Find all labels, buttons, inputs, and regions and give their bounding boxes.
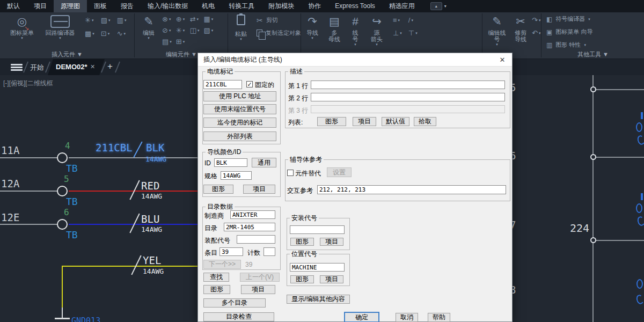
cable-marker-input[interactable]: 211CBL [203, 80, 242, 89]
insert-tool-icon-1[interactable]: ✳▾ [85, 17, 94, 24]
ribbon-tab-collaborate[interactable]: 协作 [301, 0, 328, 12]
manufacturer-input[interactable]: ANIXTER [230, 210, 275, 219]
edit-tool-icon-3[interactable]: ⇄▾ [190, 16, 200, 23]
wire-tee-icon[interactable]: ⊤▾ [408, 30, 418, 37]
wire-gap-icon[interactable]: /▾ [408, 17, 418, 24]
fixed-checkbox-label[interactable]: 固定的 [255, 80, 274, 89]
ground-symbol[interactable] [55, 318, 70, 319]
location-project-button[interactable]: 项目 [320, 275, 343, 283]
ground-symbol[interactable] [62, 308, 63, 318]
wire-segment-yellow[interactable] [62, 266, 63, 309]
line-reference[interactable]: 224 [570, 222, 589, 235]
terminal-circle[interactable] [57, 219, 68, 230]
cancel-button[interactable]: 取消 [396, 313, 418, 322]
dialog-titlebar[interactable]: 插入/编辑电缆标记 (主导线) ✕ [198, 53, 512, 67]
trim-wire-button[interactable]: ✂ 修剪 导线 [510, 13, 531, 42]
connection-dot[interactable] [590, 237, 596, 243]
description-line1-input[interactable] [311, 80, 505, 89]
installation-project-button[interactable]: 项目 [320, 238, 343, 246]
description-line2-input[interactable] [311, 93, 505, 101]
use-plc-address-button[interactable]: 使用 PLC 地址 [203, 91, 276, 101]
cable-label[interactable]: 211CBL [96, 142, 133, 153]
wire-number-button[interactable]: # 线 号 ▾ [347, 13, 364, 47]
installation-input[interactable] [290, 225, 345, 234]
terminal-tag[interactable]: TB [66, 196, 78, 207]
edit-tool-icon-4[interactable]: ▦▾ [203, 16, 213, 23]
wire-gauge-label[interactable]: 14AWG [145, 155, 166, 163]
wire-segment[interactable] [0, 157, 57, 158]
edit-tool-icon-8[interactable]: ▧▾ [203, 27, 213, 34]
terminal-number[interactable]: 6 [64, 207, 69, 217]
spec-input[interactable]: 14AWG [221, 171, 252, 180]
dialog-close-button[interactable]: ✕ [494, 53, 511, 67]
wire-segment-yellow[interactable] [62, 266, 199, 267]
wire-segment[interactable] [594, 240, 644, 241]
ribbon-tab-default[interactable]: 默认 [0, 0, 27, 12]
terminal-number[interactable]: 5 [64, 174, 69, 184]
cut-button[interactable]: ✂ 剪切 [257, 16, 278, 24]
catalog-input[interactable]: 2MR-1405 [224, 223, 275, 231]
ladder-icon[interactable]: ≡▾ [393, 17, 402, 24]
edit-tool-icon-7[interactable]: ◫▾ [190, 27, 200, 34]
ribbon-tab-add-ins[interactable]: 附加模块 [261, 0, 301, 12]
wire-edit-tool-icon-1[interactable]: ↷▾ [532, 17, 540, 24]
catalog-drawing-button[interactable]: 图形 [203, 285, 230, 294]
use-terminal-location-button[interactable]: 使用末端位置代号 [203, 104, 276, 114]
setup-button[interactable]: 设置 [327, 167, 352, 177]
wire-color-label[interactable]: RED [141, 180, 159, 192]
catalog-check-button[interactable]: 目录检查 [203, 312, 274, 321]
ribbon-tab-panel[interactable]: 面板 [87, 0, 114, 12]
catalog-project-button[interactable]: 项目 [241, 285, 275, 294]
tab-drawing-label[interactable]: DEMO02* [56, 63, 87, 71]
previous-button[interactable]: 上一个(V) [240, 273, 280, 282]
panel-label-other-tools[interactable]: 其他工具 ▼ [542, 50, 644, 58]
panel-label-insert-components[interactable]: 插入元件 ▼ [0, 50, 134, 58]
component-override-checkbox[interactable] [287, 170, 294, 176]
ribbon-tab-project[interactable]: 项目 [27, 0, 54, 12]
wire-color-project-button[interactable]: 项目 [243, 185, 275, 194]
rung-label[interactable]: 12E [1, 211, 19, 223]
circuit-builder-button[interactable]: 回路编译器 ▾ [42, 13, 78, 40]
wire-color-label[interactable]: YEL [143, 254, 161, 266]
bus-rail[interactable] [592, 75, 594, 322]
location-drawing-button[interactable]: 图形 [290, 275, 314, 283]
paste-button[interactable]: 粘贴 ▾ [230, 13, 252, 41]
wire-edit-tool-icon-2[interactable]: ↶▾ [532, 30, 540, 37]
edit-tool-icon-2[interactable]: ⊕▾ [176, 16, 186, 23]
general-button[interactable]: 通用 [252, 158, 276, 167]
edit-wire-number-button[interactable]: ✎ 编辑线 号 ▾ [485, 13, 509, 47]
ribbon-collapse-caret-icon[interactable]: ▾ [444, 4, 447, 9]
viewport-controls[interactable]: [-][俯视][二维线框 [3, 79, 53, 88]
edit-tool-icon-5[interactable]: ⊘▾ [162, 27, 172, 34]
help-button[interactable]: 帮助 [428, 313, 450, 322]
next-button[interactable]: 下一个>> [203, 260, 241, 269]
fixed-checkbox[interactable]: ✓ [246, 81, 253, 87]
show-edit-misc-button[interactable]: 显示/编辑其他内容 [287, 295, 350, 304]
list-drawing-button[interactable]: 图形 [317, 117, 346, 126]
new-tab-button[interactable]: + [107, 61, 113, 72]
ribbon-tab-electromechanical[interactable]: 机电 [195, 0, 222, 12]
markers-used-so-far-button[interactable]: 迄今使用的标记 [203, 118, 276, 128]
wire-color-label[interactable]: BLU [141, 213, 159, 225]
wire-segment[interactable] [0, 224, 57, 225]
insert-tool-icon-3[interactable]: ▥▾ [117, 17, 127, 24]
wire-gauge-label[interactable]: 14AWG [141, 192, 162, 200]
insert-tool-icon-2[interactable]: ▨▾ [101, 17, 111, 24]
component-override-label[interactable]: 元件替代 [295, 169, 321, 178]
rung-label[interactable]: 12A [1, 178, 19, 189]
wire-color-label[interactable]: BLK [146, 142, 164, 153]
search-button[interactable]: 查找 [203, 273, 229, 282]
wire-color-drawing-button[interactable]: 图形 [203, 185, 233, 194]
insert-tool-icon-4[interactable]: ▩▾ [85, 30, 94, 38]
leader-slash[interactable] [131, 255, 141, 275]
list-pick-button[interactable]: 拾取 [414, 117, 436, 126]
drawing-properties-button[interactable]: ▥ 图形 特性 ▾ [546, 41, 586, 49]
installation-drawing-button[interactable]: 图形 [290, 238, 314, 246]
edit-component-button[interactable]: ✎ 编辑 ▾ [137, 13, 160, 40]
count-input[interactable] [264, 247, 275, 256]
ribbon-tab-io-data[interactable]: 输入/输出数据 [141, 0, 195, 12]
ribbon-collapse-icon[interactable]: ▴ [430, 2, 442, 10]
ribbon-tab-schematic[interactable]: 原理图 [54, 0, 87, 12]
terminal-tag[interactable]: TB [66, 163, 78, 174]
wire-gauge-label[interactable]: 14AWG [141, 225, 162, 233]
